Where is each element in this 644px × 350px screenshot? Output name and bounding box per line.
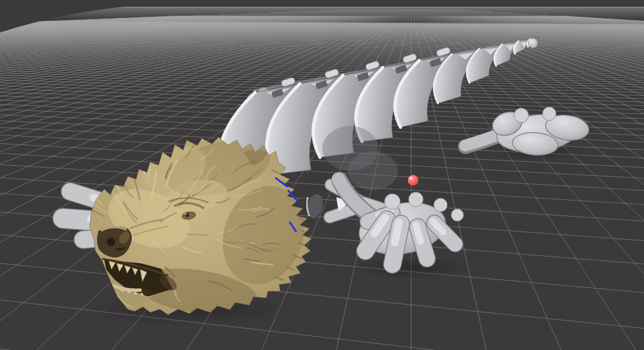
3d-viewport[interactable]: [0, 0, 644, 350]
sphere-marker[interactable]: [408, 175, 419, 186]
viewport-grid: [0, 0, 644, 350]
scene-canvas: [0, 0, 644, 350]
